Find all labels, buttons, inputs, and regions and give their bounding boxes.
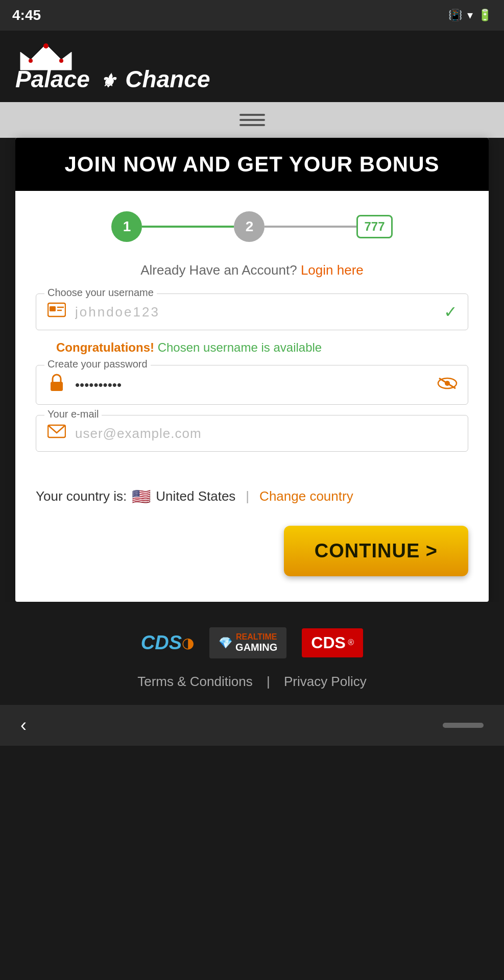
username-field-group: Choose your username ✓ <box>36 293 468 330</box>
join-banner: JOIN NOW AND GET YOUR BONUS <box>15 138 489 191</box>
country-flag: 🇺🇸 <box>132 487 151 505</box>
continue-button[interactable]: CONTINUE > <box>284 526 468 576</box>
footer-links: Terms & Conditions | Privacy Policy <box>15 674 489 690</box>
username-check-icon: ✓ <box>444 302 458 322</box>
rtg-line1: REALTIME <box>235 632 277 642</box>
country-label: Your country is: <box>36 488 127 504</box>
svg-point-1 <box>43 43 49 48</box>
email-icon <box>46 424 67 443</box>
status-bar: 4:45 📳 ▾ 🔋 <box>0 0 504 31</box>
password-inner <box>36 365 468 404</box>
status-time: 4:45 <box>12 7 41 23</box>
congrats-text: Congratulations! <box>56 340 154 354</box>
step-2: 2 <box>234 211 265 242</box>
step-line-1 <box>142 226 234 228</box>
password-input[interactable] <box>75 377 429 393</box>
cds-logo-text: CDS <box>141 632 182 654</box>
footer-divider: | <box>267 674 270 689</box>
username-icon <box>46 302 67 322</box>
rtg-logo: 💎 REALTIME GAMING <box>209 627 286 658</box>
back-button[interactable]: ‹ <box>20 715 27 736</box>
svg-rect-6 <box>50 306 56 311</box>
status-icons: 📳 ▾ 🔋 <box>448 9 492 22</box>
nav-bar <box>0 102 504 138</box>
rtg-line2: GAMING <box>235 642 277 653</box>
country-divider: | <box>246 488 249 504</box>
privacy-link[interactable]: Privacy Policy <box>284 674 367 689</box>
form-section: Choose your username ✓ Congratulations! <box>15 293 489 477</box>
cds2-registered: ® <box>348 638 354 647</box>
login-link[interactable]: Login here <box>301 262 364 278</box>
main-card: JOIN NOW AND GET YOUR BONUS 1 2 777 Alre… <box>15 138 489 602</box>
wifi-icon: ▾ <box>467 9 473 22</box>
country-name: United States <box>156 488 235 504</box>
country-row: Your country is: 🇺🇸 United States | Chan… <box>15 477 489 521</box>
cds2-logo-text: CDS <box>311 633 346 652</box>
svg-point-3 <box>59 59 63 63</box>
battery-icon: 🔋 <box>478 9 492 22</box>
logo: Palace ⚜ Chance <box>15 42 210 91</box>
bottom-nav: ‹ <box>0 705 504 746</box>
lock-icon <box>46 374 67 396</box>
password-field-group: Create your password <box>36 365 468 405</box>
step-1: 1 <box>111 211 142 242</box>
logo-text: Palace ⚜ Chance <box>15 67 210 91</box>
email-input[interactable] <box>75 426 458 442</box>
email-inner <box>36 415 468 451</box>
step-777: 777 <box>356 215 392 238</box>
svg-rect-9 <box>51 382 63 391</box>
terms-link[interactable]: Terms & Conditions <box>137 674 252 689</box>
continue-container: CONTINUE > <box>15 521 489 602</box>
email-field-group: Your e-mail <box>36 415 468 452</box>
password-label: Create your password <box>44 358 151 370</box>
cds-logo: CDS ◑ <box>141 632 194 654</box>
footer-logos: CDS ◑ 💎 REALTIME GAMING CDS ® <box>15 627 489 658</box>
email-label: Your e-mail <box>44 408 102 420</box>
username-label: Choose your username <box>44 287 157 299</box>
hamburger-menu[interactable] <box>239 114 265 126</box>
join-title: JOIN NOW AND GET YOUR BONUS <box>26 152 478 177</box>
home-indicator[interactable] <box>443 723 484 728</box>
cds2-logo: CDS ® <box>302 628 363 657</box>
eye-icon[interactable] <box>437 376 458 394</box>
username-inner: ✓ <box>36 294 468 330</box>
footer: CDS ◑ 💎 REALTIME GAMING CDS ® Terms & Co… <box>0 602 504 705</box>
change-country-button[interactable]: Change country <box>259 488 353 504</box>
steps-container: 1 2 777 <box>15 191 489 257</box>
svg-point-2 <box>29 59 33 63</box>
login-prompt-text: Already Have an Account? <box>140 262 297 278</box>
header: Palace ⚜ Chance <box>0 31 504 102</box>
username-input[interactable] <box>75 304 436 320</box>
step-line-2 <box>265 226 356 228</box>
vibrate-icon: 📳 <box>448 9 462 22</box>
cds-dot-icon: ◑ <box>182 634 194 651</box>
success-available-text: Chosen username is available <box>158 340 322 354</box>
